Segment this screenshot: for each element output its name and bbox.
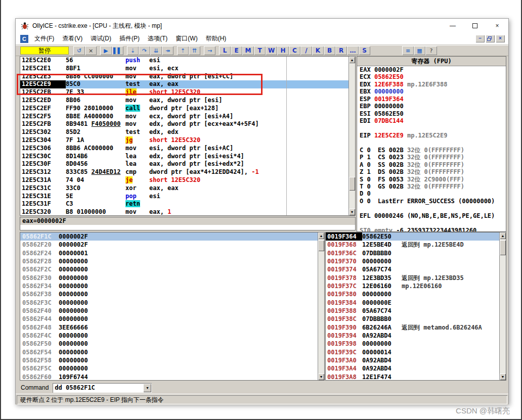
register-line[interactable]: EBP 00000000 [357,103,506,110]
windows-list-button[interactable]: ≡ [402,46,414,55]
stack-row[interactable]: 0019F37812E3BD35返回到 mp.12E3BD35 [326,274,499,282]
registers-header[interactable]: 寄存器 (FPU) [357,57,506,66]
register-line[interactable] [357,205,506,212]
breakpoints-button[interactable]: B [324,46,335,55]
command-input[interactable] [53,384,143,392]
run-trace-button[interactable]: … [347,46,359,55]
stack-row[interactable]: 0019F36C07DBBBB0 [326,249,499,257]
dump-row[interactable]: 05862F5800000000 [20,356,318,364]
dump-row[interactable]: 05862F3800000000 [20,290,318,298]
stack-row[interactable]: 0019F37000000000 [326,257,499,265]
menu-item-file[interactable]: 文件(F) [30,33,58,44]
minimize-icon[interactable]: — [442,19,464,33]
register-line[interactable]: P 1 CS 0023 32位 0(FFFFFFFF) [357,154,506,161]
step-over-button[interactable]: ↷ [139,46,150,55]
disasm-scrollbar[interactable]: ▲ ▼ [349,57,355,215]
disasm-row[interactable]: 12E5C30285D2testedx, edx [20,128,349,136]
execute-till-user-button[interactable]: ⇈ [189,46,200,55]
dump-row[interactable]: 05862F4000000000 [20,307,318,315]
stack-row[interactable]: 0019F3A40A92ABD4 [326,364,499,372]
register-line[interactable]: A 0 SS 002B 32位 0(FFFFFFFF) [357,161,506,168]
dump-row[interactable]: 05862F3400000000 [20,282,318,290]
stack-row[interactable]: 0019F37405A67C74 [326,265,499,273]
scroll-up-icon[interactable]: ▲ [349,57,355,63]
dump-row[interactable]: 05862F5000000000 [20,340,318,348]
dump-row[interactable]: 05862F60109F6744 [20,373,318,380]
register-line[interactable]: EAX 0000002F [357,66,506,73]
register-line[interactable]: ST0 empty -6.2359373223443981260 [357,227,506,231]
menu-item-help[interactable]: 帮助(H) [202,33,231,44]
stack-scroll-track[interactable] [500,239,506,374]
animate-over-button[interactable]: ↠ [162,46,173,55]
threads-button[interactable]: T [254,46,266,55]
register-line[interactable]: EFL 00000246 (NO,NB,E,BE,NS,PE,GE,LE) [357,212,506,219]
cpu-button[interactable]: C [289,46,300,55]
scroll-up-icon[interactable]: ▲ [500,232,506,239]
dump-scrollbar[interactable]: ▲ ▼ [318,232,324,380]
disasm-row[interactable]: 12E5C3068BB6 AC000000movesi, dword ptr [… [20,145,349,153]
stack-row[interactable]: 0019F3A00A92ABD4 [326,356,499,364]
dump-row[interactable]: 05862F5C00000000 [20,364,318,372]
stack-row[interactable]: 0019F36405862E50 [326,232,499,241]
mdi-minimize-icon[interactable]: – [475,35,485,42]
disasm-row[interactable]: 12E5C2F58B8E A4000000movecx, dword ptr [… [20,113,349,121]
dump-scroll-track[interactable] [318,239,324,374]
register-line[interactable]: O 0 LastErr ERROR_SUCCESS (00000000) [357,198,506,205]
register-line[interactable]: S 0 FS 0053 32位 2C9000(FFF) [357,176,506,183]
animate-into-button[interactable]: ⇊ [150,46,162,55]
stack-scroll-thumb[interactable] [500,240,506,255]
dump-row[interactable]: 05862F4400000000 [20,315,318,323]
stack-row[interactable]: 0019F36812E5BE4D返回到 mp.12E5BE4D [326,241,499,249]
dump-row[interactable]: 05862F483EE66666 [20,323,318,332]
mdi-close-icon[interactable]: × [496,35,505,42]
disasm-row[interactable]: 12E5C2FB8B9481 F4050000movedx, dword ptr… [20,120,349,128]
stack-row[interactable]: 0019F3A812E1F474 [326,373,499,380]
disasm-row[interactable]: 12E5C2E056pushesi [20,57,349,65]
register-line[interactable]: ECX 05862E50 [357,73,506,80]
disasm-row[interactable]: 12E5C3047F 1Ajgshort 12E5C320 [20,136,349,145]
disasm-row[interactable]: 12E5C320B8 01000000moveax, 1 [20,208,349,215]
menu-item-window[interactable]: 窗口(W) [171,33,201,44]
run-button[interactable]: ▶ [100,46,112,55]
disasm-scroll-track[interactable] [349,63,355,209]
disasm-row[interactable]: 12E5C30F8D0456leaeax, dword ptr [esi+edx… [20,160,349,168]
register-line[interactable]: EBX 00000000 [357,88,506,95]
dump-row[interactable]: 05862F2800000000 [20,257,318,265]
register-line[interactable]: C 0 ES 002B 32位 0(FFFFFFFF) [357,147,506,154]
stack-row[interactable]: 0019F3840000000E [326,299,499,307]
register-line[interactable] [357,125,506,132]
dump-row[interactable]: 05862F200000002F [20,241,318,249]
register-line[interactable]: D 0 [357,190,506,197]
execute-till-return-button[interactable]: ⇡ [177,46,189,55]
mdi-restore-icon[interactable] [486,35,495,42]
register-line[interactable]: EDX 12E6F388 mp.12E6F388 [357,81,506,88]
disasm-row[interactable]: 12E5C2EFFF90 28010000calldword ptr [eax+… [20,105,349,113]
patches-button[interactable]: / [300,46,312,55]
windows-button[interactable]: W [266,46,277,55]
close-process-button[interactable]: × [85,46,97,55]
disasm-row[interactable]: 12E5C31FC3retn [20,200,349,208]
stack-row[interactable]: 0019F38000000000 [326,290,499,298]
info-line[interactable]: eax=0000002F [20,217,355,225]
dump-row[interactable]: 05862F2400000001 [20,249,318,257]
register-line[interactable]: ESP 0019F364 [357,96,506,103]
register-line[interactable]: EDI 07DBC144 [357,117,506,124]
disasm-scroll-thumb[interactable] [349,177,355,191]
register-line[interactable]: EIP 12E5C2E9 mp.12E5C2E9 [357,132,506,139]
stack-row[interactable]: 0019F37C12E06160mp.12E06160 [326,282,499,290]
help-button[interactable]: ? [425,46,437,55]
stack-row[interactable]: 0019F39C00000014 [326,348,499,356]
scroll-down-icon[interactable]: ▼ [500,374,506,380]
dump-row[interactable]: 05862F3000000000 [20,274,318,282]
dump-row[interactable]: 05862F2C00000000 [20,265,318,273]
disasm-row[interactable]: 12E5C31E5Epopesi [20,193,349,201]
step-into-button[interactable]: ⇣ [127,46,139,55]
call-stack-button[interactable]: K [312,46,324,55]
memory-button[interactable]: M [242,46,254,55]
pause-button[interactable]: ▌▌ [112,46,123,55]
menu-item-view[interactable]: 查看(V) [58,33,86,44]
source-button[interactable]: S [359,46,370,55]
dropdown-icon[interactable]: ▼ [143,384,151,392]
maximize-icon[interactable] [464,19,486,33]
stack-row[interactable]: 0019F38805A67C74 [326,307,499,315]
